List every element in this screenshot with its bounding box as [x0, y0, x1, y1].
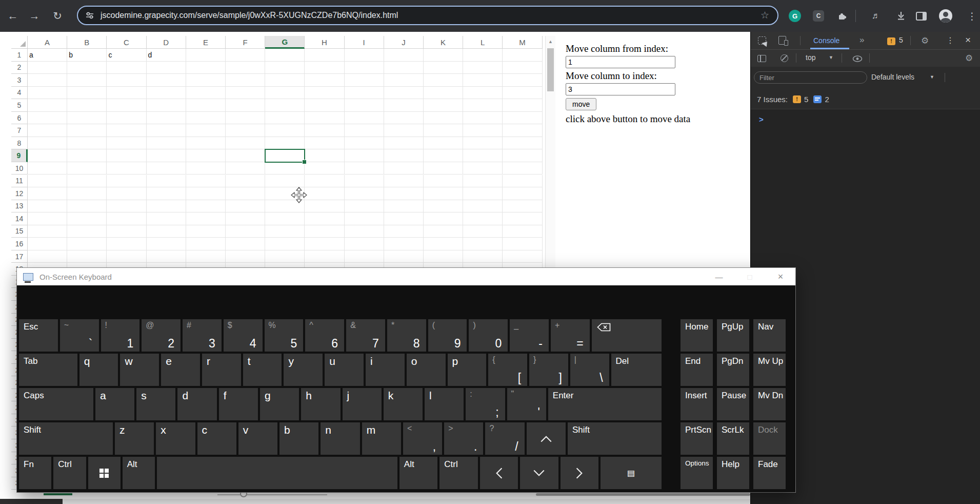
cell-m12[interactable] [503, 187, 542, 200]
key-ctrl[interactable]: Ctrl [53, 457, 86, 489]
cell-i5[interactable] [345, 99, 384, 112]
key-0[interactable]: )0 [469, 319, 508, 352]
cell-a10[interactable] [28, 162, 67, 175]
profile-avatar[interactable] [939, 9, 952, 23]
cell-g3[interactable] [265, 74, 305, 87]
browser-menu-icon[interactable]: ⋮ [967, 0, 977, 32]
cell-d10[interactable] [147, 162, 186, 175]
key-fn[interactable]: Fn [19, 457, 51, 489]
column-header-g[interactable]: G [265, 36, 305, 49]
cell-c16[interactable] [107, 238, 146, 250]
key-key[interactable]: :; [466, 388, 505, 420]
key-s[interactable]: s [136, 388, 175, 420]
cell-j12[interactable] [384, 187, 424, 200]
key-9[interactable]: (9 [428, 319, 467, 352]
cell-l14[interactable] [463, 212, 503, 225]
cell-b15[interactable] [67, 225, 107, 238]
cell-g2[interactable] [265, 62, 305, 74]
key-5[interactable]: %5 [265, 319, 304, 352]
row-header-12[interactable]: 12 [11, 187, 28, 200]
cell-a16[interactable] [28, 238, 67, 250]
key-p[interactable]: p [448, 354, 487, 386]
key-key[interactable]: }] [529, 354, 568, 386]
cell-k13[interactable] [424, 200, 463, 213]
cell-g4[interactable] [265, 87, 305, 100]
site-info-icon[interactable] [85, 11, 94, 20]
cell-h4[interactable] [305, 87, 344, 100]
key-key[interactable]: += [551, 319, 590, 352]
cell-f5[interactable] [226, 99, 265, 112]
cell-i4[interactable] [345, 87, 384, 100]
cell-j1[interactable] [384, 49, 424, 62]
cell-j13[interactable] [384, 200, 424, 213]
cell-f2[interactable] [226, 62, 265, 74]
column-header-c[interactable]: C [107, 36, 146, 49]
key-o[interactable]: o [407, 354, 446, 386]
osk-title-bar[interactable]: On-Screen Keyboard — □ × [17, 268, 795, 285]
cell-l16[interactable] [463, 238, 503, 250]
cell-j17[interactable] [384, 250, 424, 263]
cell-b9[interactable] [67, 149, 107, 162]
column-header-l[interactable]: L [463, 36, 503, 49]
issues-bar[interactable]: 7 Issues: ! 5 2 [751, 89, 980, 109]
cell-h10[interactable] [305, 162, 344, 175]
cell-l11[interactable] [463, 175, 503, 188]
cell-h15[interactable] [305, 225, 344, 238]
row-header-1[interactable]: 1 [11, 49, 28, 62]
cell-m7[interactable] [503, 124, 542, 137]
cell-g10[interactable] [265, 162, 305, 175]
cell-d5[interactable] [147, 99, 186, 112]
cell-d17[interactable] [147, 250, 186, 263]
key-alt[interactable]: Alt [399, 457, 437, 489]
cell-i12[interactable] [345, 187, 384, 200]
key-options[interactable]: Options [681, 457, 713, 489]
cell-k9[interactable] [424, 149, 463, 162]
selection-box[interactable] [265, 149, 305, 163]
cell-k10[interactable] [424, 162, 463, 175]
cell-h1[interactable] [305, 49, 344, 62]
osk-minimize-button[interactable]: — [708, 268, 730, 285]
cell-m11[interactable] [503, 175, 542, 188]
key-arrow-down[interactable] [520, 457, 558, 489]
cell-f17[interactable] [226, 250, 265, 263]
cell-e1[interactable] [186, 49, 226, 62]
device-toolbar-icon[interactable] [778, 36, 786, 45]
cell-b5[interactable] [67, 99, 107, 112]
key-help[interactable]: Help [717, 457, 749, 489]
cell-e2[interactable] [186, 62, 226, 74]
key-key[interactable]: "' [507, 388, 546, 420]
cell-a7[interactable] [28, 124, 67, 137]
row-header-5[interactable]: 5 [11, 99, 28, 112]
cell-f6[interactable] [226, 112, 265, 125]
key-arrow-right[interactable] [561, 457, 598, 489]
cell-g6[interactable] [265, 112, 305, 125]
cell-f1[interactable] [226, 49, 265, 62]
row-header-7[interactable]: 7 [11, 124, 28, 137]
cell-i15[interactable] [345, 225, 384, 238]
cell-d1[interactable]: d [147, 49, 186, 62]
key-arrow-up[interactable] [527, 422, 566, 455]
key-l[interactable]: l [425, 388, 464, 420]
cell-j7[interactable] [384, 124, 424, 137]
cell-c3[interactable] [107, 74, 146, 87]
cell-k7[interactable] [424, 124, 463, 137]
key-c[interactable]: c [197, 422, 236, 455]
key-d[interactable]: d [177, 388, 216, 420]
cell-k3[interactable] [424, 74, 463, 87]
key-m[interactable]: m [362, 422, 401, 455]
cell-e5[interactable] [186, 99, 226, 112]
cell-b12[interactable] [67, 187, 107, 200]
cell-m6[interactable] [503, 112, 542, 125]
cell-e14[interactable] [186, 212, 226, 225]
cell-b8[interactable] [67, 137, 107, 150]
cell-c10[interactable] [107, 162, 146, 175]
cell-l10[interactable] [463, 162, 503, 175]
cell-i8[interactable] [345, 137, 384, 150]
cell-l7[interactable] [463, 124, 503, 137]
cell-d15[interactable] [147, 225, 186, 238]
key-key[interactable]: ~` [60, 319, 99, 352]
cell-g15[interactable] [265, 225, 305, 238]
cell-f9[interactable] [226, 149, 265, 162]
cell-a9[interactable] [28, 149, 67, 162]
key-key[interactable]: _- [510, 319, 549, 352]
